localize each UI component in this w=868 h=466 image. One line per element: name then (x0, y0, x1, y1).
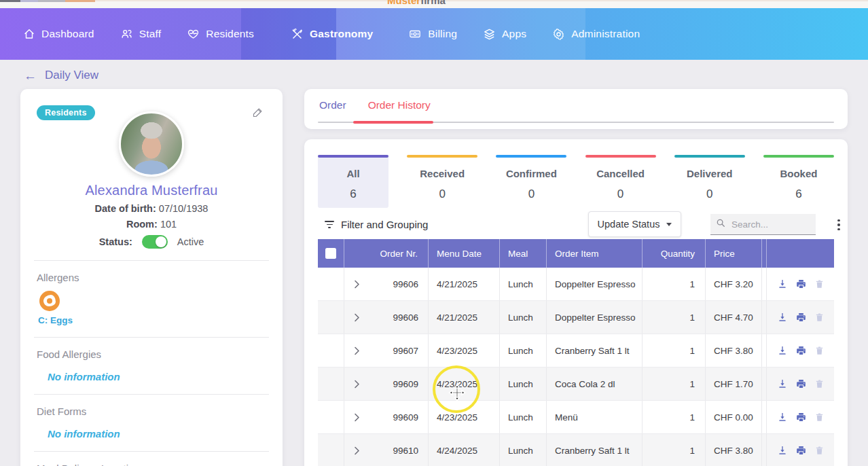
search-input[interactable] (730, 219, 805, 230)
brand-logo: Musterfirma (387, 0, 446, 6)
table-row[interactable]: 99609 4/23/2025 Lunch Menü 1 CHF 0.00 (318, 401, 834, 434)
column-header-meal[interactable]: Meal (500, 239, 547, 268)
tab-order[interactable]: Order (319, 99, 346, 111)
column-header-quantity[interactable]: Quantity (643, 239, 706, 268)
row-actions-cell (767, 434, 834, 466)
nav-item-residents[interactable]: Residents (184, 28, 257, 40)
quantity-cell: 1 (643, 401, 706, 433)
update-status-button[interactable]: Update Status (588, 211, 681, 237)
expand-row-chevron-icon[interactable] (354, 380, 360, 389)
divider (34, 451, 269, 452)
filter-icon (325, 221, 334, 228)
menu-date-cell: 4/23/2025 (429, 401, 500, 433)
resident-room: Room: 101 (37, 219, 266, 230)
table-row[interactable]: 99606 4/21/2025 Lunch Doppelter Espresso… (318, 301, 834, 334)
food-allergies-value: No information (48, 371, 266, 382)
more-options-icon[interactable] (833, 216, 845, 234)
food-allergies-title: Food Allergies (37, 348, 266, 360)
spacer-cell (762, 434, 767, 466)
download-icon[interactable] (777, 412, 788, 423)
column-header-price[interactable]: Price (706, 239, 762, 268)
quantity-cell: 1 (643, 434, 706, 466)
column-header-menu-date[interactable]: Menu Date (429, 239, 500, 268)
billing-icon (408, 28, 422, 40)
nav-item-gastronomy[interactable]: Gastronomy (288, 28, 376, 41)
row-select-cell (318, 268, 344, 300)
order-nr-value: 99610 (393, 446, 420, 456)
download-icon[interactable] (777, 445, 788, 456)
nav-item-apps[interactable]: Apps (480, 28, 529, 41)
expand-row-chevron-icon[interactable] (354, 280, 360, 289)
apps-icon (483, 28, 496, 41)
order-item-cell: Doppelter Espresso (547, 301, 643, 334)
search-box[interactable] (710, 214, 816, 235)
nav-item-billing[interactable]: Billing (405, 28, 460, 40)
tab-order-history[interactable]: Order History (368, 99, 431, 111)
download-icon[interactable] (777, 345, 788, 356)
expand-row-chevron-icon[interactable] (354, 446, 360, 455)
delete-icon[interactable] (814, 279, 825, 289)
breadcrumb-label: Daily View (45, 69, 98, 82)
table-body: 99606 4/21/2025 Lunch Doppelter Espresso… (318, 268, 834, 466)
order-nr-cell: 99609 (344, 368, 429, 400)
status-value: Active (177, 236, 204, 247)
spacer-cell (762, 334, 767, 367)
order-history-panel: All 6 Received 0 Confirmed 0 Cancelled 0… (304, 139, 848, 466)
status-tab-cancelled[interactable]: Cancelled 0 (585, 155, 656, 208)
allergens-title: Allergens (37, 272, 266, 283)
print-icon[interactable] (795, 279, 807, 289)
order-item-cell: Menü (547, 401, 643, 433)
table-row[interactable]: 99610 4/24/2025 Lunch Cranberry Saft 1 l… (318, 434, 834, 466)
select-all-checkbox[interactable] (325, 248, 336, 259)
back-arrow-icon[interactable]: ← (24, 69, 37, 82)
expand-row-chevron-icon[interactable] (354, 313, 360, 322)
delete-icon[interactable] (814, 378, 825, 389)
status-tab-booked[interactable]: Booked 6 (763, 155, 834, 208)
print-icon[interactable] (795, 312, 807, 323)
top-bar-fragment (65, 0, 95, 2)
download-icon[interactable] (777, 312, 788, 323)
meal-cell: Lunch (500, 334, 547, 367)
print-icon[interactable] (795, 345, 807, 356)
delete-icon[interactable] (814, 345, 825, 356)
delete-icon[interactable] (814, 445, 825, 456)
top-bar-fragment (95, 0, 868, 1)
price-cell: CHF 3.80 (706, 334, 762, 367)
order-nr-cell: 99607 (344, 334, 429, 367)
edit-pencil-icon[interactable] (252, 107, 264, 121)
order-item-cell: Cranberry Saft 1 lt (547, 334, 643, 367)
column-header-order-nr[interactable]: Order Nr. (344, 239, 429, 268)
print-icon[interactable] (795, 378, 807, 389)
delete-icon[interactable] (814, 312, 825, 323)
status-tab-received[interactable]: Received 0 (407, 155, 477, 208)
column-header-order-item[interactable]: Order Item (547, 239, 643, 268)
download-icon[interactable] (777, 378, 788, 389)
order-nr-cell: 99606 (344, 301, 429, 334)
spacer-cell (762, 368, 767, 400)
status-tab-count: 0 (407, 187, 477, 201)
status-tab-all[interactable]: All 6 (318, 155, 388, 208)
download-icon[interactable] (777, 279, 788, 289)
table-header: Order Nr. Menu Date Meal Order Item Quan… (318, 239, 834, 268)
print-icon[interactable] (795, 412, 807, 423)
table-row[interactable]: 99607 4/23/2025 Lunch Cranberry Saft 1 l… (318, 334, 834, 368)
nav-item-dashboard[interactable]: Dashboard (20, 28, 97, 40)
price-cell: CHF 4.70 (706, 301, 762, 334)
row-actions-cell (767, 268, 834, 300)
expand-row-chevron-icon[interactable] (354, 413, 360, 422)
print-icon[interactable] (795, 445, 807, 456)
breadcrumb-back[interactable]: ← Daily View (24, 69, 98, 82)
order-item-cell: Doppelter Espresso (547, 268, 643, 300)
nav-item-staff[interactable]: Staff (117, 28, 164, 40)
table-row[interactable]: 99606 4/21/2025 Lunch Doppelter Espresso… (318, 268, 834, 301)
expand-row-chevron-icon[interactable] (354, 346, 360, 355)
status-tab-confirmed[interactable]: Confirmed 0 (496, 155, 566, 208)
status-tab-delivered[interactable]: Delivered 0 (674, 155, 745, 208)
status-toggle[interactable] (142, 235, 168, 249)
order-item-cell: Cranberry Saft 1 lt (547, 434, 643, 466)
divider (34, 260, 269, 261)
filter-and-grouping-button[interactable]: Filter and Grouping (325, 219, 428, 230)
nav-item-administration[interactable]: Administration (549, 28, 643, 41)
table-row[interactable]: 99609 4/23/2025 Lunch Coca Cola 2 dl 1 C… (318, 368, 834, 401)
delete-icon[interactable] (814, 412, 825, 423)
